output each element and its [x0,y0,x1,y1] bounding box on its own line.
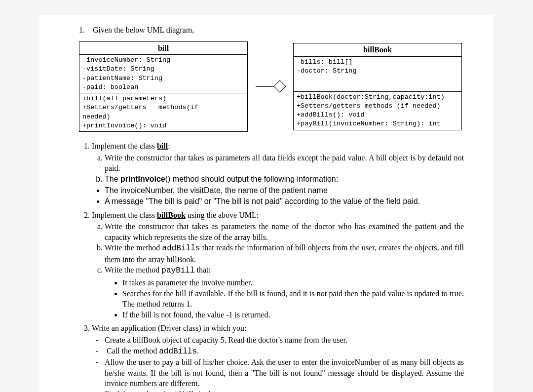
t2-c-code: payBill [161,266,194,275]
t3-d1: Create a billBook object of capacity 5. … [105,335,464,346]
t2-b-lead: Write the method [105,243,162,252]
diamond-icon [273,80,286,93]
uml-attr: -patientName: String [82,74,244,83]
t2-c-tail: that: [195,266,211,274]
uml-method: +billBook(doctor:String,capacity:int) [297,93,458,102]
uml-attr: -bills: bill[] [297,58,458,67]
t1-a: Write the constructor that takes as para… [105,153,464,174]
uml-attr: -doctor: String [297,67,458,76]
t1-b-bold: printInvoice [120,175,165,183]
uml-method: +addBills(): void [297,111,458,119]
t1-bullet-2: A message "The bill is paid" or "The bil… [105,196,464,207]
t1-lead: Implement the class [92,142,157,150]
t2-c-bullet-3: If the bill is not found, the value -1 i… [122,310,464,320]
aggregation-connector [256,82,285,91]
intro-text: Given the below UML diagram, [93,26,194,34]
task-3: Write an application (Driver class) in w… [92,323,464,392]
t3-d2-tail: . [197,347,199,355]
uml-title-bill: bill [79,42,247,55]
question-number: 1. [79,25,91,36]
t2-b: Write the method addBills that reads the… [105,242,464,265]
t1-tail: : [168,142,170,150]
t2-c: Write the method payBill that: It takes … [105,265,464,320]
task-1: Implement the class bill: Write the cons… [92,141,464,207]
document-page: 1. Given the below UML diagram, bill -in… [39,15,494,392]
uml-attr: -invoiceNumber: String [82,56,244,65]
uml-method: +payBill(invoiceNumber: String): int [297,119,458,128]
t1-class: bill [157,142,168,150]
uml-method: needed) [82,113,244,121]
uml-method: +bill(all parameters) [82,94,244,103]
uml-attrs-bill: -invoiceNumber: String -visitDate: Strin… [79,55,247,93]
t3-lead: Write an application (Driver class) in w… [92,324,246,332]
t2-b-code: addBills [162,244,200,253]
t3-d2-lead: Call the method [107,347,159,355]
task-2: Implement the class billBook using the a… [92,210,464,320]
t3-d3: Allow the user to pay a bill of his/her … [105,357,464,389]
t1-bullet-1: The invoiceNumber, the visitDate, the na… [105,185,464,196]
t1-b-tail: () method should output the following in… [165,175,338,183]
t2-c-bullet-2: Searches for the bill if available. If t… [122,288,464,310]
t2-class: billBook [157,211,186,219]
t1-b: The printInvoice() method should output … [105,174,464,185]
uml-attr: -paid: boolean [82,83,244,92]
t1-b-lead: The [105,175,120,183]
t3-d4: Find the number of paid bills in the arr… [105,389,464,392]
uml-method: +printInvoice(): void [82,121,244,130]
uml-attr: -visitDate: String [82,65,244,74]
uml-class-billbook: billBook -bills: bill[] -doctor: String … [293,43,462,130]
uml-diagram: bill -invoiceNumber: String -visitDate: … [79,41,464,132]
uml-method: +Setters/getters methods (if needed) [297,102,458,111]
uml-methods-bill: +bill(all parameters) +Setters/getters m… [79,93,247,131]
t2-tail: using the above UML: [186,211,259,219]
task-list: Implement the class bill: Write the cons… [79,141,464,392]
t2-c-bullet-1: It takes as parameter the invoive number… [122,277,464,288]
t3-d2: Call the method addBills. [105,346,464,357]
uml-methods-billbook: +billBook(doctor:String,capacity:int) +S… [294,92,461,130]
t2-c-lead: Write the method [105,266,161,274]
uml-method: +Setters/getters methods(if [82,103,244,112]
t2-a: Write the constructor that takes as para… [105,221,464,242]
t3-d2-code: addBills [159,347,197,356]
question-intro: 1. Given the below UML diagram, [79,25,464,36]
uml-class-bill: bill -invoiceNumber: String -visitDate: … [79,41,248,132]
uml-title-billbook: billBook [294,43,461,57]
t2-lead: Implement the class [92,211,157,219]
uml-attrs-billbook: -bills: bill[] -doctor: String [294,57,461,92]
